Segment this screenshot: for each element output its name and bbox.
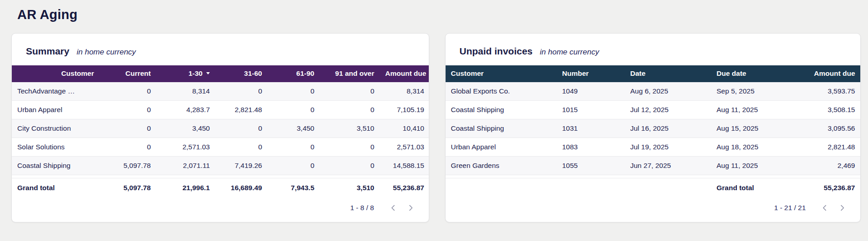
unpaid-card-header: Unpaid invoices in home currency xyxy=(446,34,861,65)
customer-cell: Green Gardens xyxy=(446,157,557,175)
unpaid-invoice-row[interactable]: Coastal Shipping 1015 Jul 12, 2025 Aug 1… xyxy=(446,101,861,119)
next-page-button[interactable] xyxy=(837,202,848,213)
customer-cell: City Construction xyxy=(12,119,99,138)
column-header-label: Date xyxy=(630,69,646,77)
summary-column-header[interactable]: Amount due xyxy=(380,65,429,82)
customer-cell: Global Exports Co. xyxy=(446,82,557,101)
column-header-label: 61-90 xyxy=(296,69,314,77)
summary-card: Summary in home currency Customer Curren… xyxy=(11,33,429,222)
invoice-date-cell: Jul 19, 2025 xyxy=(625,138,711,157)
aging-1-30-cell: 3,450 xyxy=(156,119,215,138)
amount-due-cell: 8,314 xyxy=(380,82,429,101)
unpaid-invoice-row[interactable]: Urban Apparel 1083 Jul 19, 2025 Aug 18, … xyxy=(446,138,861,157)
invoice-date-cell: Jul 16, 2025 xyxy=(625,119,711,138)
aging-61-90-cell: 0 xyxy=(268,138,320,157)
invoice-number-cell: 1015 xyxy=(557,101,625,119)
amount-due-cell: 2,571.03 xyxy=(380,138,429,157)
unpaid-column-header[interactable]: Amount due xyxy=(798,65,861,82)
column-header-label: Due date xyxy=(717,69,746,77)
summary-card-subtitle: in home currency xyxy=(77,48,136,57)
summary-grand-total-row: Grand total 5,097.78 21,996.1 16,689.49 … xyxy=(12,178,429,198)
grand-total-61-90: 7,943.5 xyxy=(268,178,320,198)
aging-61-90-cell: 3,450 xyxy=(268,119,320,138)
summary-column-header[interactable]: 61-90 xyxy=(268,65,320,82)
grand-total-label: Grand total xyxy=(711,178,798,198)
invoice-number-cell: 1031 xyxy=(557,119,625,138)
unpaid-invoice-row[interactable]: Coastal Shipping 1031 Jul 16, 2025 Aug 1… xyxy=(446,119,861,138)
unpaid-card-title: Unpaid invoices xyxy=(460,46,533,57)
prev-page-button[interactable] xyxy=(388,202,399,213)
due-date-cell: Aug 11, 2025 xyxy=(711,157,798,175)
unpaid-column-header[interactable]: Due date xyxy=(711,65,798,82)
amount-due-cell: 10,410 xyxy=(380,119,429,138)
aging-1-30-cell: 4,283.7 xyxy=(156,101,215,119)
due-date-cell: Aug 15, 2025 xyxy=(711,119,798,138)
total-divider xyxy=(446,175,861,178)
column-header-label: 1-30 xyxy=(188,69,203,77)
aging-91-over-cell: 0 xyxy=(320,101,380,119)
chevron-right-icon xyxy=(407,204,414,211)
aging-31-60-cell: 0 xyxy=(215,82,268,101)
customer-cell: Coastal Shipping xyxy=(446,101,557,119)
summary-table-row[interactable]: Solar Solutions 0 2,571.03 0 0 0 2,571.0… xyxy=(12,138,429,157)
grand-total-label: Grand total xyxy=(12,178,99,198)
due-date-cell: Aug 11, 2025 xyxy=(711,101,798,119)
due-date-cell: Aug 18, 2025 xyxy=(711,138,798,157)
amount-due-cell: 2,469 xyxy=(798,157,861,175)
summary-column-header[interactable]: Current xyxy=(99,65,156,82)
summary-table-row[interactable]: Coastal Shipping 5,097.78 2,071.11 7,419… xyxy=(12,157,429,175)
invoice-number-cell: 1049 xyxy=(557,82,625,101)
amount-due-cell: 2,821.48 xyxy=(798,138,861,157)
customer-cell: Urban Apparel xyxy=(12,101,99,119)
amount-due-cell: 14,588.15 xyxy=(380,157,429,175)
summary-column-header[interactable]: Customer xyxy=(12,65,99,82)
chevron-left-icon xyxy=(821,204,828,211)
summary-column-header[interactable]: 1-30 xyxy=(156,65,215,82)
current-cell: 0 xyxy=(99,138,156,157)
prev-page-button[interactable] xyxy=(819,202,830,213)
unpaid-card-subtitle: in home currency xyxy=(540,48,599,57)
unpaid-invoice-row[interactable]: Global Exports Co. 1049 Aug 6, 2025 Sep … xyxy=(446,82,861,101)
column-header-label: 91 and over xyxy=(335,69,374,77)
unpaid-column-header[interactable]: Customer xyxy=(446,65,557,82)
grand-total-31-60: 16,689.49 xyxy=(215,178,268,198)
summary-column-header[interactable]: 91 and over xyxy=(320,65,380,82)
summary-pagination: 1 - 8 / 8 xyxy=(12,198,429,213)
summary-table-row[interactable]: TechAdvantage … 0 8,314 0 0 0 8,314 xyxy=(12,82,429,101)
current-cell: 0 xyxy=(99,82,156,101)
aging-61-90-cell: 0 xyxy=(268,82,320,101)
summary-column-header[interactable]: 31-60 xyxy=(215,65,268,82)
customer-cell: Coastal Shipping xyxy=(446,119,557,138)
column-header-label: 31-60 xyxy=(244,69,262,77)
amount-due-cell: 7,105.19 xyxy=(380,101,429,119)
aging-91-over-cell: 0 xyxy=(320,138,380,157)
aging-61-90-cell: 0 xyxy=(268,157,320,175)
column-header-label: Amount due xyxy=(385,69,426,77)
customer-cell: TechAdvantage … xyxy=(12,82,99,101)
summary-table-row[interactable]: Urban Apparel 0 4,283.7 2,821.48 0 0 7,1… xyxy=(12,101,429,119)
aging-31-60-cell: 2,821.48 xyxy=(215,101,268,119)
aging-31-60-cell: 0 xyxy=(215,138,268,157)
cards-container: Summary in home currency Customer Curren… xyxy=(0,33,868,222)
summary-table-row[interactable]: City Construction 0 3,450 0 3,450 3,510 … xyxy=(12,119,429,138)
unpaid-invoice-row[interactable]: Green Gardens 1055 Jun 27, 2025 Aug 11, … xyxy=(446,157,861,175)
total-divider xyxy=(12,175,429,178)
empty-cell xyxy=(557,178,625,198)
unpaid-column-header[interactable]: Date xyxy=(625,65,711,82)
grand-total-amount-due: 55,236.87 xyxy=(380,178,429,198)
invoice-date-cell: Aug 6, 2025 xyxy=(625,82,711,101)
aging-1-30-cell: 2,571.03 xyxy=(156,138,215,157)
aging-1-30-cell: 8,314 xyxy=(156,82,215,101)
due-date-cell: Sep 5, 2025 xyxy=(711,82,798,101)
grand-total-91-over: 3,510 xyxy=(320,178,380,198)
unpaid-column-header[interactable]: Number xyxy=(557,65,625,82)
column-header-label: Customer xyxy=(451,69,484,77)
current-cell: 5,097.78 xyxy=(99,157,156,175)
aging-61-90-cell: 0 xyxy=(268,101,320,119)
summary-table: Customer Current 1-30 31-60 61-90 91 and… xyxy=(12,65,429,198)
page-title: AR Aging xyxy=(17,7,868,22)
grand-total-amount-due: 55,236.87 xyxy=(798,178,861,198)
next-page-button[interactable] xyxy=(405,202,416,213)
amount-due-cell: 3,593.75 xyxy=(798,82,861,101)
column-header-label: Number xyxy=(562,69,589,77)
